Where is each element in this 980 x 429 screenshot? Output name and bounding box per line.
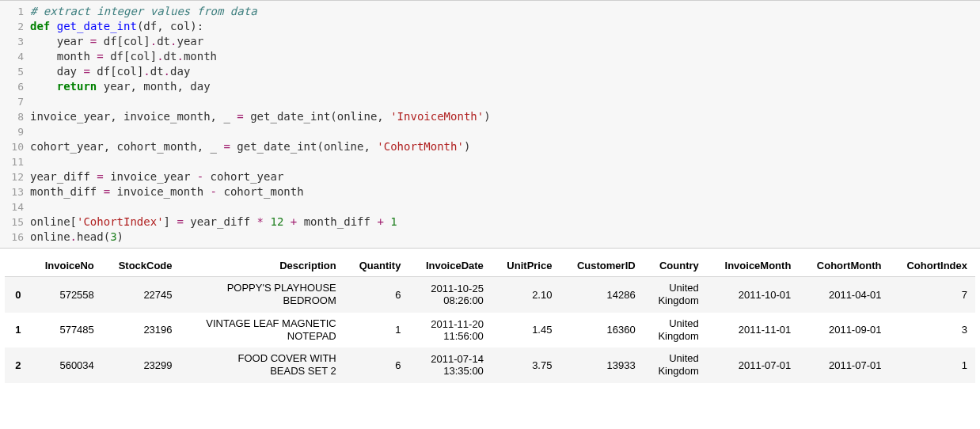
line-number: 13 (0, 184, 30, 199)
line-number: 3 (0, 34, 30, 49)
cell: 560034 (29, 347, 102, 383)
dataframe-body: 057255822745POPPY'S PLAYHOUSEBEDROOM6201… (5, 277, 975, 383)
code-line[interactable]: 1# extract integer values from data (0, 4, 980, 19)
cell: UnitedKingdom (644, 277, 707, 313)
line-number: 12 (0, 169, 30, 184)
cell: 2011-09-01 (799, 313, 889, 348)
cell: 2011-04-01 (799, 277, 889, 313)
row-index: 2 (5, 347, 29, 383)
code-line[interactable]: 4 month = df[col].dt.month (0, 49, 980, 64)
line-number: 14 (0, 199, 30, 214)
column-header: InvoiceDate (408, 255, 491, 277)
code-line[interactable]: 7 (0, 94, 980, 109)
cell: 16360 (560, 313, 643, 348)
code-content[interactable]: day = df[col].dt.day (30, 64, 980, 79)
cell: 7 (889, 277, 975, 313)
column-header: CohortIndex (889, 255, 975, 277)
cell: 2011-10-01 (707, 277, 800, 313)
cell: 2011-07-01 (707, 347, 800, 383)
code-content[interactable] (30, 154, 980, 169)
code-line[interactable]: 11 (0, 154, 980, 169)
cell: UnitedKingdom (644, 347, 707, 383)
code-line[interactable]: 2def get_date_int(df, col): (0, 19, 980, 34)
cell: 1.45 (492, 313, 560, 348)
line-number: 5 (0, 64, 30, 79)
line-number: 10 (0, 139, 30, 154)
code-line[interactable]: 12year_diff = invoice_year - cohort_year (0, 169, 980, 184)
code-content[interactable]: # extract integer values from data (30, 4, 980, 19)
cell: VINTAGE LEAF MAGNETICNOTEPAD (180, 313, 344, 348)
dataframe-header: InvoiceNoStockCodeDescriptionQuantityInv… (5, 255, 975, 277)
code-content[interactable]: online.head(3) (30, 230, 980, 245)
column-header: Description (180, 255, 344, 277)
column-header: Quantity (344, 255, 409, 277)
cell: 23196 (102, 313, 180, 348)
cell: UnitedKingdom (644, 313, 707, 348)
code-content[interactable]: month = df[col].dt.month (30, 49, 980, 64)
code-line[interactable]: 15online['CohortIndex'] = year_diff * 12… (0, 214, 980, 230)
code-content[interactable]: def get_date_int(df, col): (30, 19, 980, 34)
cell: 2.10 (492, 277, 560, 313)
cell: POPPY'S PLAYHOUSEBEDROOM (180, 277, 344, 313)
cell: 2011-07-1413:35:00 (408, 347, 491, 383)
cell: 6 (344, 347, 409, 383)
line-number: 1 (0, 4, 30, 19)
column-header: StockCode (102, 255, 180, 277)
code-line[interactable]: 10cohort_year, cohort_month, _ = get_dat… (0, 139, 980, 154)
code-line[interactable]: 9 (0, 124, 980, 139)
column-header: UnitPrice (492, 255, 560, 277)
code-line[interactable]: 16online.head(3) (0, 230, 980, 245)
code-content[interactable]: year_diff = invoice_year - cohort_year (30, 169, 980, 184)
code-line[interactable]: 6 return year, month, day (0, 79, 980, 94)
line-number: 8 (0, 109, 30, 124)
dataframe-table: InvoiceNoStockCodeDescriptionQuantityInv… (5, 255, 975, 383)
column-header: InvoiceNo (29, 255, 102, 277)
code-line[interactable]: 8invoice_year, invoice_month, _ = get_da… (0, 109, 980, 124)
code-content[interactable]: cohort_year, cohort_month, _ = get_date_… (30, 139, 980, 154)
cell: 572558 (29, 277, 102, 313)
column-header: Country (644, 255, 707, 277)
cell: 6 (344, 277, 409, 313)
cell: 14286 (560, 277, 643, 313)
column-header: InvoiceMonth (707, 255, 800, 277)
code-line[interactable]: 13month_diff = invoice_month - cohort_mo… (0, 184, 980, 199)
cell: 1 (344, 313, 409, 348)
code-content[interactable] (30, 94, 980, 109)
code-content[interactable] (30, 124, 980, 139)
row-index: 0 (5, 277, 29, 313)
cell: 2011-07-01 (799, 347, 889, 383)
cell: 2011-10-2508:26:00 (408, 277, 491, 313)
code-content[interactable]: invoice_year, invoice_month, _ = get_dat… (30, 109, 980, 124)
output-cell: InvoiceNoStockCodeDescriptionQuantityInv… (0, 249, 980, 389)
table-row: 057255822745POPPY'S PLAYHOUSEBEDROOM6201… (5, 277, 975, 313)
cell: 2011-11-01 (707, 313, 800, 348)
code-content[interactable]: month_diff = invoice_month - cohort_mont… (30, 184, 980, 199)
line-number: 16 (0, 230, 30, 245)
table-row: 157748523196VINTAGE LEAF MAGNETICNOTEPAD… (5, 313, 975, 348)
code-cell[interactable]: 1# extract integer values from data2def … (0, 0, 980, 249)
table-row: 256003423299FOOD COVER WITHBEADS SET 262… (5, 347, 975, 383)
cell: 3.75 (492, 347, 560, 383)
line-number: 15 (0, 214, 30, 230)
code-line[interactable]: 3 year = df[col].dt.year (0, 34, 980, 49)
cell: 23299 (102, 347, 180, 383)
cell: 2011-11-2011:56:00 (408, 313, 491, 348)
column-header: CohortMonth (799, 255, 889, 277)
cell: 22745 (102, 277, 180, 313)
code-content[interactable]: year = df[col].dt.year (30, 34, 980, 49)
code-content[interactable]: return year, month, day (30, 79, 980, 94)
row-index: 1 (5, 313, 29, 348)
cell: 3 (889, 313, 975, 348)
cell: 1 (889, 347, 975, 383)
cell: 13933 (560, 347, 643, 383)
line-number: 9 (0, 124, 30, 139)
code-line[interactable]: 5 day = df[col].dt.day (0, 64, 980, 79)
cell: FOOD COVER WITHBEADS SET 2 (180, 347, 344, 383)
code-content[interactable] (30, 199, 980, 214)
code-line[interactable]: 14 (0, 199, 980, 214)
cell: 577485 (29, 313, 102, 348)
line-number: 2 (0, 19, 30, 34)
index-corner (5, 255, 29, 277)
code-content[interactable]: online['CohortIndex'] = year_diff * 12 +… (30, 214, 980, 230)
line-number: 7 (0, 94, 30, 109)
